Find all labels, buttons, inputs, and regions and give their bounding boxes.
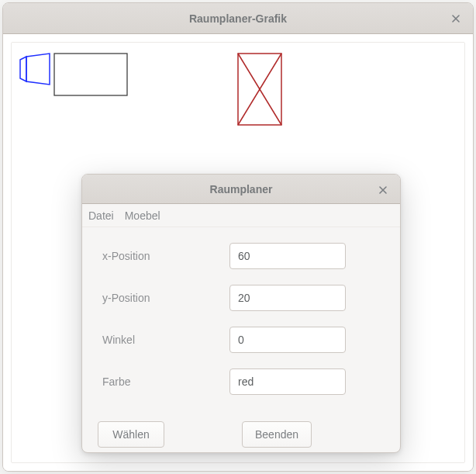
- input-y[interactable]: [229, 285, 346, 311]
- svg-marker-0: [26, 54, 50, 85]
- outer-window: Raumplaner-Grafik: [2, 2, 474, 472]
- input-angle[interactable]: [229, 327, 346, 353]
- modal-window-title: Raumplaner: [82, 183, 400, 195]
- svg-marker-1: [20, 57, 26, 81]
- menu-file[interactable]: Datei: [88, 209, 114, 222]
- select-button[interactable]: Wählen: [98, 421, 164, 448]
- row-color: Farbe: [98, 361, 385, 403]
- menu-furniture[interactable]: Moebel: [125, 209, 160, 222]
- quit-button[interactable]: Beenden: [242, 421, 312, 448]
- row-y: y-Position: [98, 277, 385, 319]
- close-icon[interactable]: [374, 181, 392, 199]
- modal-window: Raumplaner Datei Moebel x-Position y-Pos…: [81, 174, 401, 453]
- label-angle: Winkel: [98, 334, 229, 346]
- button-row: Wählen Beenden: [82, 410, 400, 453]
- input-x[interactable]: [229, 243, 346, 269]
- shape-rect[interactable]: [54, 54, 127, 95]
- outer-titlebar[interactable]: Raumplaner-Grafik: [3, 3, 473, 34]
- form: x-Position y-Position Winkel Farbe: [82, 227, 400, 410]
- label-y: y-Position: [98, 292, 229, 304]
- close-icon[interactable]: [447, 9, 465, 28]
- label-color: Farbe: [98, 375, 229, 388]
- input-color[interactable]: [229, 368, 346, 395]
- menubar: Datei Moebel: [82, 204, 400, 227]
- row-angle: Winkel: [98, 319, 385, 361]
- row-x: x-Position: [98, 235, 385, 277]
- modal-titlebar[interactable]: Raumplaner: [82, 175, 400, 204]
- outer-window-title: Raumplaner-Grafik: [3, 12, 473, 25]
- label-x: x-Position: [98, 250, 229, 262]
- shape-trapezoid[interactable]: [20, 54, 50, 85]
- shape-rect-x[interactable]: [238, 54, 281, 125]
